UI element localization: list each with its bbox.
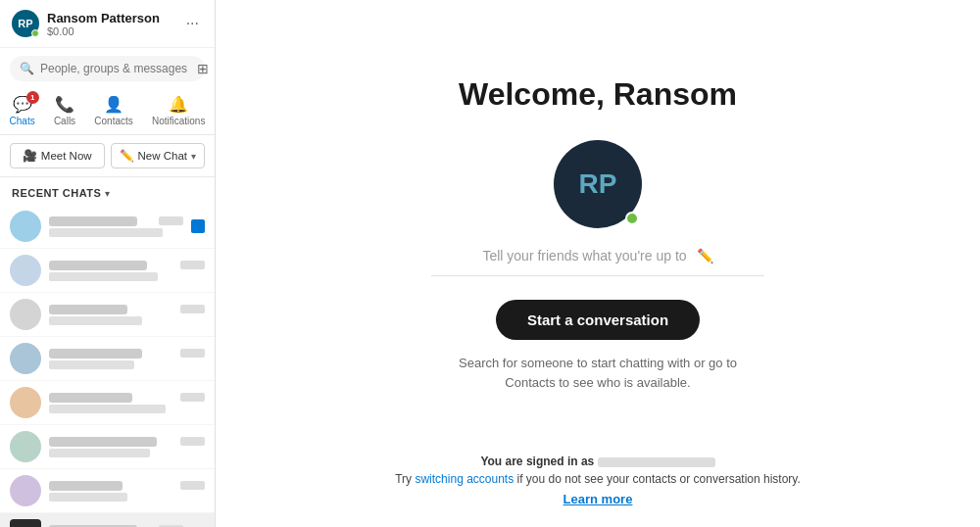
chat-name (49, 437, 157, 447)
tab-contacts[interactable]: 👤 Contacts (88, 93, 138, 128)
chat-time (180, 393, 205, 402)
chat-avatar (10, 387, 41, 418)
list-item[interactable] (0, 337, 215, 381)
chat-name-row (49, 437, 205, 447)
meet-icon: 🎥 (23, 149, 37, 163)
meet-now-button[interactable]: 🎥 Meet Now (10, 143, 105, 168)
new-chat-label: New Chat (138, 150, 188, 162)
chat-avatar (10, 343, 41, 374)
new-chat-icon: ✏️ (120, 149, 134, 163)
chat-name (49, 305, 127, 314)
chat-avatar (10, 211, 41, 242)
recent-chats-header: RECENT CHATS ▾ (0, 177, 215, 205)
grid-icon[interactable]: ⊞ (197, 61, 209, 76)
sidebar-header: RP Ransom Patterson $0.00 ··· (0, 0, 215, 48)
more-options-button[interactable]: ··· (182, 13, 203, 34)
chat-avatar (10, 299, 41, 330)
chat-content (49, 349, 205, 369)
chat-avatar (10, 475, 41, 506)
switch-accounts-link[interactable]: switching accounts (415, 472, 514, 486)
calls-icon: 📞 (55, 95, 74, 114)
learn-more-link[interactable]: Learn more (564, 492, 633, 506)
chat-name-row (49, 481, 205, 491)
chat-time (180, 481, 205, 490)
main-content: Welcome, Ransom RP Tell your friends wha… (216, 0, 980, 527)
profile-initials: RP (579, 168, 617, 200)
list-item[interactable] (0, 205, 215, 249)
start-conversation-button[interactable]: Start a conversation (496, 300, 700, 340)
meet-now-label: Meet Now (41, 150, 92, 162)
status-text: Tell your friends what you're up to (482, 248, 686, 264)
chat-name (49, 216, 137, 226)
chat-avatar (10, 255, 41, 286)
switch-accounts-line: Try switching accounts if you do not see… (395, 472, 801, 486)
switch-suffix: if you do not see your contacts or conve… (517, 472, 801, 486)
online-indicator (31, 29, 39, 37)
user-info: RP Ransom Patterson $0.00 (12, 10, 160, 37)
status-line: Tell your friends what you're up to ✏️ (431, 248, 764, 276)
list-item[interactable] (0, 425, 215, 469)
list-item[interactable] (0, 513, 215, 527)
search-input[interactable] (40, 62, 187, 75)
chat-content (49, 437, 205, 457)
chat-name-row (49, 261, 205, 270)
chat-content (49, 261, 205, 281)
search-hint: Search for someone to start chatting wit… (451, 354, 745, 392)
chat-content (49, 216, 183, 237)
chat-message (49, 493, 127, 502)
contacts-icon: 👤 (104, 95, 123, 114)
signed-in-text: You are signed in as (395, 455, 801, 468)
avatar: RP (12, 10, 39, 37)
chat-time (159, 216, 183, 225)
notifications-icon: 🔔 (169, 95, 188, 114)
chat-time (180, 305, 205, 313)
chat-content (49, 481, 205, 502)
list-item[interactable] (0, 469, 215, 513)
signed-in-section: You are signed in as Try switching accou… (395, 455, 801, 507)
recent-chats-label: RECENT CHATS (12, 187, 101, 199)
user-balance: $0.00 (47, 25, 160, 37)
signed-in-email (598, 457, 715, 467)
chat-name-row (49, 393, 205, 403)
chat-name-row (49, 349, 205, 359)
tab-notifications[interactable]: 🔔 Notifications (146, 93, 211, 128)
user-name: Ransom Patterson (47, 11, 160, 25)
chevron-down-icon: ▾ (105, 188, 110, 199)
edit-icon[interactable]: ✏️ (697, 248, 713, 264)
tab-notifications-label: Notifications (152, 116, 205, 126)
search-bar: 🔍 ⊞ (10, 56, 205, 81)
tab-calls[interactable]: 📞 Calls (48, 93, 81, 128)
chat-name-row (49, 305, 205, 314)
chat-name (49, 481, 122, 491)
tab-chats[interactable]: 💬 Chats 1 (4, 93, 41, 128)
chat-content (49, 305, 205, 325)
chat-avatar (10, 519, 41, 527)
chat-name (49, 393, 132, 403)
list-item[interactable] (0, 381, 215, 425)
chat-list (0, 205, 215, 527)
user-details: Ransom Patterson $0.00 (47, 11, 160, 37)
chat-avatar (10, 431, 41, 462)
chat-message (49, 360, 134, 369)
chat-time (180, 437, 205, 446)
search-icon: 🔍 (20, 62, 34, 75)
nav-tabs: 💬 Chats 1 📞 Calls 👤 Contacts 🔔 Notificat… (0, 89, 215, 135)
action-buttons: 🎥 Meet Now ✏️ New Chat ▾ (0, 135, 215, 177)
chat-name-row (49, 216, 183, 226)
profile-online-dot (625, 212, 639, 225)
tab-contacts-label: Contacts (94, 116, 132, 126)
chat-time (180, 261, 205, 269)
dropdown-icon: ▾ (191, 151, 196, 162)
list-item[interactable] (0, 293, 215, 337)
new-chat-button[interactable]: ✏️ New Chat ▾ (111, 143, 206, 168)
chat-message (49, 449, 150, 457)
unread-badge (191, 219, 205, 233)
tab-calls-label: Calls (54, 116, 75, 126)
tab-chats-label: Chats (10, 116, 35, 126)
chat-time (180, 349, 205, 358)
signed-in-prefix: You are signed in as (480, 455, 594, 468)
chat-content (49, 393, 205, 413)
list-item[interactable] (0, 249, 215, 293)
chat-message (49, 316, 142, 325)
chat-message (49, 228, 163, 237)
